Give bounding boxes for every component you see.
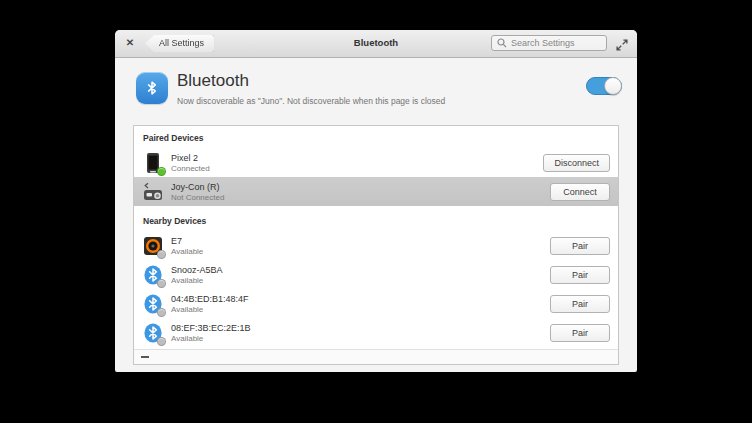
section-header: Paired Devices xyxy=(134,126,618,148)
maximize-icon[interactable] xyxy=(616,37,628,49)
device-row[interactable]: 04:4B:ED:B1:48:4F Available Pair xyxy=(134,289,618,318)
search-icon xyxy=(497,34,507,52)
device-status: Connected xyxy=(171,164,210,173)
device-row[interactable]: E7 Available Pair xyxy=(134,231,618,260)
device-name: Snooz-A5BA xyxy=(171,265,223,275)
bluetooth-icon xyxy=(142,264,164,286)
bluetooth-icon xyxy=(142,322,164,344)
device-action-button[interactable]: Connect xyxy=(550,183,610,201)
bluetooth-icon xyxy=(136,72,168,104)
settings-window: ✕ All Settings Bluetooth Search Settings… xyxy=(115,30,637,372)
device-row[interactable]: Pixel 2 Connected Disconnect xyxy=(134,148,618,177)
device-list-frame: Paired Devices Pixel 2 Connected Disconn… xyxy=(133,125,619,365)
status-dot xyxy=(157,250,166,259)
device-action-button[interactable]: Pair xyxy=(550,295,610,313)
device-status: Available xyxy=(171,334,251,343)
device-row[interactable]: Snooz-A5BA Available Pair xyxy=(134,260,618,289)
status-dot xyxy=(157,167,166,176)
headerbar: ✕ All Settings Bluetooth Search Settings xyxy=(115,30,637,58)
device-status: Available xyxy=(171,305,249,314)
list-toolbar xyxy=(134,349,618,364)
device-action-button[interactable]: Disconnect xyxy=(543,154,610,172)
status-dot xyxy=(157,279,166,288)
speaker-icon xyxy=(142,235,164,257)
toggle-knob xyxy=(604,77,622,95)
search-input[interactable]: Search Settings xyxy=(491,35,607,51)
discoverable-subtitle: Now discoverable as "Juno". Not discover… xyxy=(177,96,445,106)
device-status: Available xyxy=(171,276,223,285)
status-dot xyxy=(157,337,166,346)
device-row[interactable]: 08:EF:3B:EC:2E:1B Available Pair xyxy=(134,318,618,347)
section-header: Nearby Devices xyxy=(134,206,618,231)
device-status: Available xyxy=(171,247,203,256)
status-dot xyxy=(157,308,166,317)
device-name: 04:4B:ED:B1:48:4F xyxy=(171,294,249,304)
device-name: E7 xyxy=(171,236,203,246)
device-list: Paired Devices Pixel 2 Connected Disconn… xyxy=(134,126,618,349)
desktop: { "window": { "headerbar": { "close_icon… xyxy=(0,0,752,423)
page-title: Bluetooth xyxy=(177,71,249,91)
minus-icon xyxy=(141,356,149,358)
device-row[interactable]: Joy-Con (R) Not Connected Connect xyxy=(134,177,618,206)
device-name: Joy-Con (R) xyxy=(171,182,224,192)
bluetooth-toggle[interactable] xyxy=(586,77,622,95)
device-name: 08:EF:3B:EC:2E:1B xyxy=(171,323,251,333)
search-placeholder: Search Settings xyxy=(511,38,575,48)
gamepad-icon xyxy=(142,181,164,203)
device-status: Not Connected xyxy=(171,193,224,202)
device-action-button[interactable]: Pair xyxy=(550,324,610,342)
device-name: Pixel 2 xyxy=(171,153,210,163)
remove-device-button[interactable] xyxy=(141,356,149,358)
phone-icon xyxy=(142,152,164,174)
device-action-button[interactable]: Pair xyxy=(550,266,610,284)
device-action-button[interactable]: Pair xyxy=(550,237,610,255)
bluetooth-icon xyxy=(142,293,164,315)
